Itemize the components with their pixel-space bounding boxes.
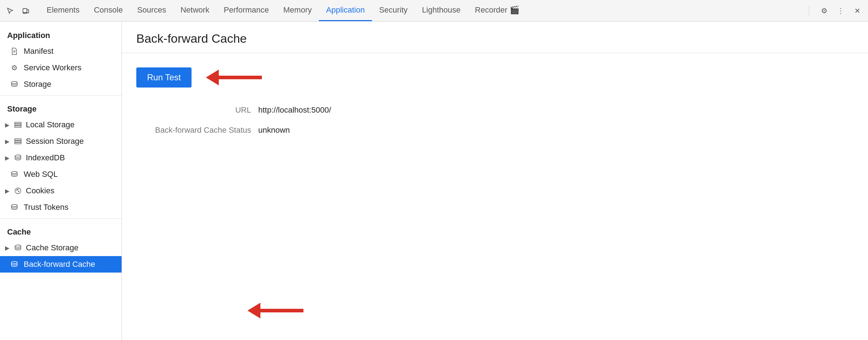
content-body: Run Test URL http://localhost:5000/ Back… xyxy=(122,53,868,160)
svg-point-15 xyxy=(16,190,17,190)
svg-point-12 xyxy=(15,155,21,157)
sidebar-item-local-storage[interactable]: ▶ Local Storage xyxy=(0,117,122,133)
svg-rect-8 xyxy=(15,126,21,127)
svg-point-19 xyxy=(15,245,21,247)
svg-point-5 xyxy=(11,81,17,84)
local-storage-arrow-icon: ▶ xyxy=(5,122,10,128)
cookies-icon xyxy=(14,187,22,194)
sidebar-item-back-forward-cache[interactable]: Back-forward Cache xyxy=(0,256,122,273)
storage-main-icon xyxy=(10,81,19,88)
page-title: Back-forward Cache xyxy=(122,22,868,53)
web-sql-icon xyxy=(10,171,19,178)
trust-tokens-label: Trust Tokens xyxy=(24,203,69,212)
tab-lighthouse[interactable]: Lighthouse xyxy=(415,0,468,21)
manifest-label: Manifest xyxy=(24,47,53,56)
svg-point-13 xyxy=(11,171,17,174)
toolbar: Elements Console Sources Network Perform… xyxy=(0,0,868,22)
sidebar-item-web-sql[interactable]: Web SQL xyxy=(0,166,122,183)
url-row: URL http://localhost:5000/ xyxy=(136,105,854,115)
local-storage-icon xyxy=(14,122,22,128)
inspect-element-button[interactable] xyxy=(4,5,16,16)
sidebar-item-manifest[interactable]: Manifest xyxy=(0,43,122,60)
sidebar-arrow-head xyxy=(247,303,260,318)
back-forward-cache-label: Back-forward Cache xyxy=(24,260,95,269)
cache-storage-label: Cache Storage xyxy=(26,243,79,252)
cookies-arrow-icon: ▶ xyxy=(5,188,10,194)
run-test-arrow xyxy=(206,70,262,85)
session-storage-label: Session Storage xyxy=(26,137,84,146)
main-layout: Application Manifest ⚙ Service Workers xyxy=(0,22,868,340)
sidebar: Application Manifest ⚙ Service Workers xyxy=(0,22,122,340)
settings-button[interactable]: ⚙ xyxy=(818,4,831,17)
svg-point-20 xyxy=(11,261,17,264)
svg-rect-10 xyxy=(15,141,21,142)
tab-recorder[interactable]: Recorder 🎬 xyxy=(468,0,527,21)
svg-point-17 xyxy=(18,189,18,190)
status-row: Back-forward Cache Status unknown xyxy=(136,126,854,135)
tab-elements[interactable]: Elements xyxy=(39,0,87,21)
cookies-label: Cookies xyxy=(26,186,54,195)
tab-memory[interactable]: Memory xyxy=(276,0,319,21)
local-storage-label: Local Storage xyxy=(26,120,75,129)
service-workers-label: Service Workers xyxy=(24,63,81,72)
svg-rect-9 xyxy=(15,139,21,140)
sidebar-item-trust-tokens[interactable]: Trust Tokens xyxy=(0,199,122,216)
status-label: Back-forward Cache Status xyxy=(136,126,258,135)
tab-console[interactable]: Console xyxy=(87,0,130,21)
device-toggle-button[interactable] xyxy=(20,5,32,16)
sidebar-item-indexeddb[interactable]: ▶ IndexedDB xyxy=(0,150,122,166)
sidebar-item-service-workers[interactable]: ⚙ Service Workers xyxy=(0,60,122,76)
cache-storage-arrow-icon: ▶ xyxy=(5,245,10,251)
sidebar-section-application: Application xyxy=(0,25,122,43)
sidebar-divider-1 xyxy=(0,95,122,96)
more-options-button[interactable]: ⋮ xyxy=(834,4,847,17)
sidebar-section-cache: Cache xyxy=(0,222,122,240)
tab-security[interactable]: Security xyxy=(372,0,415,21)
run-test-arrow-head xyxy=(206,70,219,85)
sidebar-arrow-shaft xyxy=(260,309,303,312)
url-label: URL xyxy=(136,105,258,115)
indexeddb-label: IndexedDB xyxy=(26,153,65,162)
toolbar-divider xyxy=(809,6,809,16)
toolbar-left-icons xyxy=(4,5,32,16)
web-sql-label: Web SQL xyxy=(24,170,58,179)
session-storage-icon xyxy=(14,138,22,144)
sidebar-section-storage: Storage xyxy=(0,99,122,117)
svg-rect-1 xyxy=(27,10,29,13)
service-workers-icon: ⚙ xyxy=(10,63,19,72)
content-panel: Back-forward Cache Run Test URL http://l… xyxy=(122,22,868,340)
storage-main-label: Storage xyxy=(24,80,51,89)
run-test-row: Run Test xyxy=(136,67,854,88)
close-button[interactable]: ✕ xyxy=(851,4,864,17)
session-storage-arrow-icon: ▶ xyxy=(5,138,10,145)
back-forward-cache-icon xyxy=(10,261,19,268)
run-test-arrow-shaft xyxy=(219,76,262,79)
indexeddb-icon xyxy=(14,155,22,161)
tab-network[interactable]: Network xyxy=(173,0,217,21)
cache-storage-icon xyxy=(14,245,22,251)
sidebar-item-cache-storage[interactable]: ▶ Cache Storage xyxy=(0,240,122,256)
trust-tokens-icon xyxy=(10,204,19,211)
sidebar-item-session-storage[interactable]: ▶ Session Storage xyxy=(0,133,122,150)
tab-performance[interactable]: Performance xyxy=(217,0,276,21)
indexeddb-arrow-icon: ▶ xyxy=(5,155,10,161)
svg-point-18 xyxy=(11,204,17,207)
svg-rect-7 xyxy=(15,124,21,126)
tab-list: Elements Console Sources Network Perform… xyxy=(39,0,805,21)
sidebar-divider-2 xyxy=(0,218,122,219)
tab-sources[interactable]: Sources xyxy=(130,0,173,21)
svg-rect-6 xyxy=(15,122,21,124)
sidebar-item-storage-main[interactable]: Storage xyxy=(0,76,122,93)
svg-point-16 xyxy=(18,191,19,192)
tab-application[interactable]: Application xyxy=(319,0,372,21)
toolbar-right: ⚙ ⋮ ✕ xyxy=(818,4,864,17)
sidebar-arrow xyxy=(247,303,303,318)
url-value: http://localhost:5000/ xyxy=(258,105,331,115)
svg-rect-11 xyxy=(15,142,21,144)
manifest-icon xyxy=(10,48,19,55)
run-test-button[interactable]: Run Test xyxy=(136,67,192,88)
sidebar-item-cookies[interactable]: ▶ Cookies xyxy=(0,183,122,199)
status-value: unknown xyxy=(258,126,290,135)
